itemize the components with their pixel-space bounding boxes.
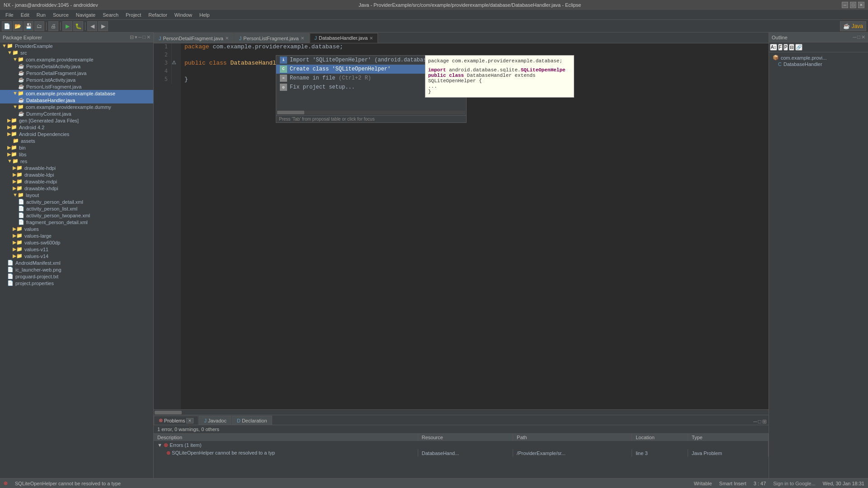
tree-item-4[interactable]: ☕PersonDetailFragment.java: [0, 70, 153, 76]
tree-icon-7: ▼📁: [13, 90, 24, 96]
tree-item-2[interactable]: ▼📁com.example.providerexample: [0, 56, 153, 63]
toolbar-debug[interactable]: 🐛: [73, 21, 83, 31]
tree-item-27[interactable]: ▶📁values: [0, 225, 153, 232]
toolbar-save[interactable]: 💾: [24, 21, 33, 31]
tree-item-30[interactable]: ▶📁values-v11: [0, 246, 153, 253]
sidebar-min[interactable]: ─: [138, 34, 142, 40]
expand-icon[interactable]: ▼: [157, 442, 164, 448]
tree-item-0[interactable]: ▼📁ProviderExample: [0, 42, 153, 49]
menu-run[interactable]: Run: [33, 11, 49, 19]
tree-item-31[interactable]: ▶📁values-v14: [0, 253, 153, 259]
menu-project[interactable]: Project: [122, 11, 145, 19]
menu-file[interactable]: File: [2, 11, 17, 19]
tab-person-list-fragment[interactable]: J PersonListFragment.java ✕: [234, 33, 309, 43]
menu-edit[interactable]: Edit: [17, 11, 33, 19]
tab-close3[interactable]: ✕: [369, 36, 373, 41]
tree-item-15[interactable]: ▶📁bin: [0, 144, 153, 151]
ac-scrollbar[interactable]: [277, 111, 304, 114]
menu-source[interactable]: Source: [49, 11, 72, 19]
outline-package[interactable]: 📦 com.example.provi...: [771, 54, 866, 61]
tree-item-1[interactable]: ▼📁src: [0, 49, 153, 56]
error-icon: ⊗: [164, 442, 170, 448]
error-resource: DatabaseHand...: [418, 449, 513, 457]
tree-item-3[interactable]: ☕PersonDetailActivity.java: [0, 63, 153, 70]
status-signin[interactable]: Sign in to Google...: [773, 481, 816, 486]
tree-item-12[interactable]: ▶📁Android 4.2: [0, 124, 153, 131]
tree-item-25[interactable]: 📄activity_person_twopane.xml: [0, 212, 153, 219]
menu-navigate[interactable]: Navigate: [72, 11, 99, 19]
outline-collapse-btn[interactable]: ⊟: [789, 44, 794, 51]
toolbar-run[interactable]: ▶: [62, 21, 72, 31]
tab-problems[interactable]: ⊗ Problems ✕: [154, 416, 198, 425]
tree-item-24[interactable]: 📄activity_person_list.xml: [0, 205, 153, 212]
tree-item-5[interactable]: ☕PersonListActivity.java: [0, 76, 153, 83]
tree-item-19[interactable]: ▶📁drawable-ldpi: [0, 171, 153, 178]
tab-database-handler[interactable]: J DatabaseHandler.java ✕: [310, 33, 378, 43]
sidebar-max[interactable]: □: [142, 34, 146, 40]
tree-item-10[interactable]: ☕DummyContent.java: [0, 110, 153, 117]
toolbar-fwd[interactable]: ▶: [98, 21, 108, 31]
sidebar-close-icon[interactable]: ✕: [146, 34, 151, 40]
tree-item-20[interactable]: ▶📁drawable-mdpi: [0, 178, 153, 185]
tab-declaration[interactable]: D Declaration: [232, 416, 272, 425]
code-content[interactable]: package com.example.providerexample.data…: [181, 43, 769, 409]
toolbar-java[interactable]: ☕ Java: [840, 21, 866, 31]
maximize-button[interactable]: □: [850, 2, 856, 8]
toolbar-new[interactable]: 📄: [2, 21, 12, 31]
tree-item-23[interactable]: 📄activity_person_detail.xml: [0, 198, 153, 205]
tree-item-14[interactable]: 📁assets: [0, 137, 153, 144]
hscroll-thumb[interactable]: [155, 411, 182, 414]
tree-item-7[interactable]: ▼📁com.example.providerexample.database: [0, 90, 153, 97]
menu-search[interactable]: Search: [99, 11, 122, 19]
tree-item-6[interactable]: ☕PersonListFragment.java: [0, 83, 153, 90]
tree-item-9[interactable]: ▼📁com.example.providerexample.dummy: [0, 103, 153, 110]
tree-item-32[interactable]: 📄AndroidManifest.xml: [0, 259, 153, 266]
tree-item-11[interactable]: ▶📁gen [Generated Java Files]: [0, 117, 153, 124]
menu-help[interactable]: Help: [196, 11, 213, 19]
tree-item-18[interactable]: ▶📁drawable-hdpi: [0, 164, 153, 171]
close-button[interactable]: ✕: [858, 2, 864, 8]
menu-window[interactable]: Window: [171, 11, 196, 19]
sidebar-collapse[interactable]: ⊟: [130, 34, 134, 40]
outline-sort-btn[interactable]: A↕: [770, 44, 777, 51]
tree-item-35[interactable]: 📄project.properties: [0, 280, 153, 286]
bottom-max-icon[interactable]: □: [758, 418, 761, 425]
outline-hide-fields-btn[interactable]: F: [778, 44, 783, 51]
tree-item-33[interactable]: 📄ic_launcher-web.png: [0, 266, 153, 273]
tree-item-28[interactable]: ▶📁values-large: [0, 232, 153, 239]
tree-item-22[interactable]: ▼📁layout: [0, 192, 153, 198]
toolbar-open[interactable]: 📂: [13, 21, 23, 31]
tree-item-26[interactable]: 📄fragment_person_detail.xml: [0, 219, 153, 225]
bottom-min-icon[interactable]: ─: [753, 418, 757, 425]
tree-item-8[interactable]: ☕DatabaseHandler.java: [0, 97, 153, 103]
error-type: Java Problem: [688, 449, 768, 457]
tree-item-21[interactable]: ▶📁drawable-xhdpi: [0, 185, 153, 192]
error-item-row[interactable]: ⊗ SQLiteOpenHelper cannot be resolved to…: [154, 449, 769, 457]
tab-close2[interactable]: ✕: [301, 36, 304, 41]
toolbar-print[interactable]: 🖨: [48, 21, 58, 31]
tree-label-34: proguard-project.txt: [15, 274, 58, 279]
outline-max-icon[interactable]: □: [857, 34, 860, 40]
outline-hide-nonpublic-btn[interactable]: P: [783, 44, 788, 51]
bottom-view-icon[interactable]: ⊞: [762, 418, 767, 425]
kw-package: package: [184, 43, 209, 52]
menu-refactor[interactable]: Refactor: [145, 11, 171, 19]
minimize-button[interactable]: ─: [842, 2, 848, 8]
tree-item-29[interactable]: ▶📁values-sw600dp: [0, 239, 153, 246]
tree-label-35: project.properties: [15, 281, 54, 286]
outline-min-icon[interactable]: ─: [853, 34, 857, 40]
sidebar-menu[interactable]: ▾: [135, 34, 137, 40]
tree-item-13[interactable]: ▶📁Android Dependencies: [0, 131, 153, 137]
outline-close-icon[interactable]: ✕: [861, 34, 865, 40]
tree-item-34[interactable]: 📄proguard-project.txt: [0, 273, 153, 280]
toolbar-back[interactable]: ◀: [87, 21, 97, 31]
editor-hscroll[interactable]: [154, 409, 769, 415]
outline-class[interactable]: C DatabaseHandler: [771, 61, 866, 67]
outline-link-btn[interactable]: 🔗: [795, 44, 802, 51]
tab-close[interactable]: ✕: [225, 36, 229, 41]
tab-person-detail-fragment[interactable]: J PersonDetailFragment.java ✕: [154, 33, 234, 43]
tab-javadoc[interactable]: J Javadoc: [199, 416, 231, 425]
toolbar-save-all[interactable]: 🗂: [34, 21, 44, 31]
tree-item-17[interactable]: ▼📁res: [0, 158, 153, 164]
tree-item-16[interactable]: ▶📁libs: [0, 151, 153, 158]
